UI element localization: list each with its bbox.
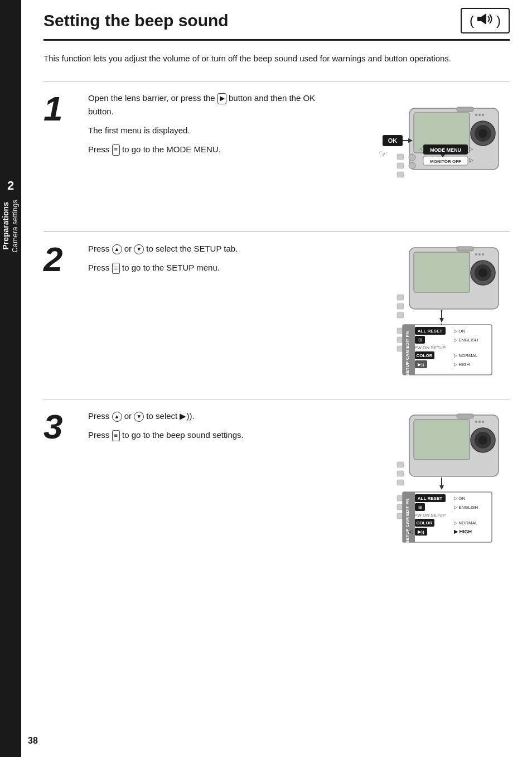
svg-point-16 [409, 154, 415, 161]
svg-rect-74 [397, 471, 404, 476]
svg-text:ALL RESET: ALL RESET [418, 496, 442, 501]
svg-rect-19 [397, 163, 404, 168]
svg-text:▷: ▷ [469, 146, 473, 152]
svg-text:OK: OK [388, 137, 398, 144]
step-3-text-2: Press ≡ to go to the beep sound settings… [88, 428, 327, 442]
speaker-icon [476, 12, 494, 29]
menu-button-icon-2: ≡ [112, 263, 120, 274]
svg-text:⊞: ⊞ [418, 337, 422, 343]
menu-button-icon-1: ≡ [112, 144, 120, 156]
step-1-number: 1 [43, 91, 83, 126]
down-button-icon-2: ▼ [134, 412, 144, 422]
svg-rect-0 [477, 17, 481, 21]
page-header: Setting the beep sound ( ) [43, 0, 510, 41]
svg-rect-75 [397, 480, 404, 485]
svg-marker-77 [439, 485, 444, 490]
step-2-text-1: Press ▲ or ▼ to select the SETUP tab. [88, 242, 327, 255]
svg-point-70 [478, 421, 481, 423]
down-button-icon: ▼ [134, 244, 144, 254]
step-1-content: Open the lens barrier, or press the ▶ bu… [88, 91, 337, 162]
step-3-camera-svg: SETUP CAM EDIT FN ALL RESET ▷ ON ⊞ ▷ ENG… [337, 409, 510, 555]
sidebar-number: 2 [7, 179, 14, 193]
svg-text:MODE MENU: MODE MENU [430, 147, 461, 153]
menu-button-icon-3: ≡ [112, 430, 120, 441]
svg-point-71 [482, 421, 484, 423]
step-2-image: SETUP CAM EDIT FN ALL RESET ▷ ON ⊞ ▷ ENG… [337, 242, 510, 389]
svg-rect-31 [414, 252, 470, 292]
svg-text:◁: ◁ [409, 528, 413, 534]
sidebar: 2 Preparations Camera settings [0, 0, 21, 757]
step-3-number: 3 [43, 409, 83, 444]
svg-text:☞: ☞ [379, 148, 388, 160]
svg-text:▷ ENGLISH: ▷ ENGLISH [454, 505, 478, 510]
svg-rect-18 [397, 154, 404, 160]
svg-point-37 [482, 253, 484, 255]
step-3-section: 3 Press ▲ or ▼ to select ▶)). Press ≡ to… [43, 399, 510, 566]
svg-rect-65 [414, 420, 470, 460]
step-1-section: 1 Open the lens barrier, or press the ▶ … [43, 81, 510, 232]
svg-rect-10 [457, 107, 473, 112]
step-1-image: OK ☞ MODE MENU MONITOR OFF ▷ [337, 91, 510, 221]
svg-rect-39 [397, 295, 404, 300]
step-1-text-3: Press ≡ to go to the MODE MENU. [88, 143, 327, 156]
svg-text:SETUP CAM EDIT FN: SETUP CAM EDIT FN [405, 331, 410, 377]
svg-text:▷: ▷ [469, 157, 473, 163]
svg-text:PW ON SETUP: PW ON SETUP [414, 513, 446, 518]
step-2-content: Press ▲ or ▼ to select the SETUP tab. Pr… [88, 242, 337, 280]
svg-point-35 [475, 253, 477, 255]
page-number: 38 [28, 736, 38, 746]
svg-text:▶)): ▶)) [418, 529, 424, 534]
intro-text: This function lets you adjust the volume… [43, 52, 510, 65]
svg-rect-38 [457, 247, 473, 251]
page-title: Setting the beep sound [43, 11, 229, 30]
svg-text:▶)): ▶)) [418, 362, 424, 367]
svg-rect-41 [397, 312, 404, 318]
up-button-icon-2: ▲ [112, 412, 122, 422]
svg-point-6 [478, 129, 487, 138]
play-button-icon: ▶ [217, 93, 226, 104]
svg-rect-40 [397, 303, 404, 309]
step-2-camera-svg: SETUP CAM EDIT FN ALL RESET ▷ ON ⊞ ▷ ENG… [337, 242, 510, 387]
svg-marker-1 [481, 13, 486, 25]
step-1-camera-svg: OK ☞ MODE MENU MONITOR OFF ▷ [337, 91, 510, 220]
step-3-content: Press ▲ or ▼ to select ▶)). Press ≡ to g… [88, 409, 337, 447]
svg-rect-72 [457, 414, 473, 418]
svg-point-17 [409, 162, 415, 169]
main-content: Setting the beep sound ( ) This function… [21, 0, 532, 589]
svg-text:▷ ENGLISH: ▷ ENGLISH [454, 337, 478, 343]
svg-point-36 [478, 253, 481, 255]
svg-text:PW ON SETUP: PW ON SETUP [414, 345, 446, 350]
svg-point-69 [475, 421, 477, 423]
svg-rect-20 [397, 172, 404, 177]
svg-text:▷ NORMAL: ▷ NORMAL [454, 520, 478, 525]
svg-point-7 [475, 114, 477, 116]
svg-point-8 [478, 114, 481, 116]
step-3-text-1: Press ▲ or ▼ to select ▶)). [88, 409, 327, 423]
header-icon: ( ) [461, 8, 510, 33]
svg-text:SETUP CAM EDIT FN: SETUP CAM EDIT FN [405, 499, 410, 544]
step-1-text-1: Open the lens barrier, or press the ▶ bu… [88, 91, 327, 118]
svg-text:MONITOR OFF: MONITOR OFF [430, 159, 461, 164]
svg-text:⊞: ⊞ [418, 505, 422, 510]
svg-text:▷ ON: ▷ ON [454, 329, 465, 334]
step-2-text-2: Press ≡ to go to the SETUP menu. [88, 261, 327, 274]
step-2-number: 2 [43, 242, 83, 277]
svg-text:COLOR: COLOR [417, 353, 433, 358]
step-2-section: 2 Press ▲ or ▼ to select the SETUP tab. … [43, 232, 510, 399]
svg-rect-73 [397, 462, 404, 467]
sidebar-label: Preparations Camera settings [1, 200, 20, 253]
svg-text:▶ HIGH: ▶ HIGH [454, 529, 472, 534]
svg-text:◁: ◁ [419, 146, 424, 152]
svg-point-68 [478, 436, 487, 445]
svg-text:ALL RESET: ALL RESET [418, 329, 442, 334]
step-3-image: SETUP CAM EDIT FN ALL RESET ▷ ON ⊞ ▷ ENG… [337, 409, 510, 556]
svg-text:▷ HIGH: ▷ HIGH [454, 362, 470, 367]
svg-text:COLOR: COLOR [417, 520, 433, 525]
svg-text:▷ NORMAL: ▷ NORMAL [454, 353, 478, 358]
step-1-text-2: The first menu is displayed. [88, 124, 327, 137]
up-button-icon: ▲ [112, 244, 122, 254]
svg-point-34 [478, 268, 487, 277]
svg-point-9 [482, 114, 484, 116]
svg-text:▷ ON: ▷ ON [454, 496, 465, 501]
beep-icon-svg [476, 12, 494, 26]
